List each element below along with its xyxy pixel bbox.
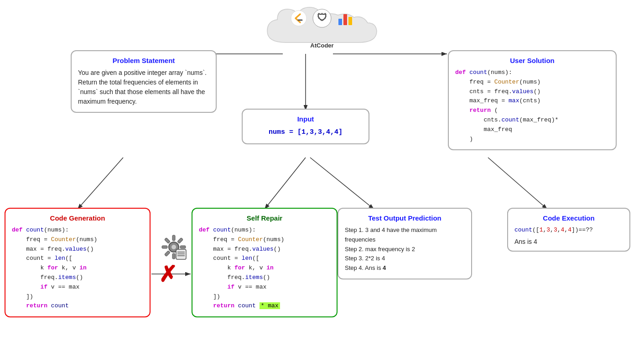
test-step-4: Step 4. Ans is 4 <box>345 263 465 273</box>
problem-statement-box: Problem Statement You are given a positi… <box>71 50 217 113</box>
x-mark: ✗ <box>159 261 177 287</box>
code-generation-code: def count(nums): freq = Counter(nums) ma… <box>12 226 143 311</box>
code-execution-result: Ans is 4 <box>514 238 623 245</box>
gear-icon <box>160 233 188 261</box>
svg-point-9 <box>291 11 306 26</box>
svg-line-4 <box>78 158 123 209</box>
user-solution-box: User Solution def count(nums): freq = Co… <box>448 50 617 150</box>
test-step-1: Step 1. 3 and 4 have the maximum frequen… <box>345 226 465 245</box>
code-generation-title: Code Generation <box>12 214 143 222</box>
svg-rect-14 <box>348 17 352 25</box>
test-output-box: Test Output Prediction Step 1. 3 and 4 h… <box>338 208 472 279</box>
input-value: nums = [1,3,3,4,4] <box>249 126 362 138</box>
test-step-2: Step 2. max frequency is 2 <box>345 245 465 254</box>
svg-point-16 <box>171 245 176 249</box>
cloud-logos: 🛡 <box>276 8 368 28</box>
input-box: Input nums = [1,3,3,4,4] <box>242 109 369 144</box>
test-output-title: Test Output Prediction <box>345 214 465 222</box>
self-repair-box: Self Repair def count(nums): freq = Coun… <box>192 208 338 317</box>
problem-statement-text: You are given a positive integer array `… <box>78 68 209 106</box>
code-generation-box: Code Generation def count(nums): freq = … <box>5 208 151 317</box>
svg-rect-17 <box>172 235 175 241</box>
test-step-3: Step 3. 2*2 is 4 <box>345 254 465 263</box>
user-solution-title: User Solution <box>455 57 609 64</box>
code-execution-title: Code Execution <box>514 214 623 222</box>
leetcode-icon <box>290 10 307 27</box>
input-title: Input <box>249 115 362 123</box>
svg-rect-22 <box>164 251 170 257</box>
svg-line-5 <box>265 158 306 209</box>
svg-rect-23 <box>162 246 167 248</box>
svg-rect-13 <box>343 14 347 25</box>
svg-rect-19 <box>180 246 186 248</box>
svg-rect-25 <box>176 249 186 259</box>
atcoder-icon: 🛡 <box>312 8 332 28</box>
problem-statement-title: Problem Statement <box>78 57 209 64</box>
code-execution-box: Code Execution count([1,3,3,4,4])==?? An… <box>507 208 630 252</box>
test-output-steps: Step 1. 3 and 4 have the maximum frequen… <box>345 226 465 273</box>
svg-rect-21 <box>172 253 175 259</box>
svg-rect-18 <box>177 237 183 243</box>
diagram-container: 🛡 AtCoder Problem Statement You are give… <box>0 0 644 337</box>
self-repair-code: def count(nums): freq = Counter(nums) ma… <box>199 226 330 311</box>
svg-rect-24 <box>164 237 170 243</box>
code-execution-code: count([1,3,3,4,4])==?? <box>514 226 623 235</box>
atcoder-label: AtCoder <box>310 42 333 49</box>
google-charts-icon <box>337 10 354 27</box>
self-repair-title: Self Repair <box>199 214 330 222</box>
svg-text:🛡: 🛡 <box>317 12 327 23</box>
svg-rect-12 <box>338 19 342 25</box>
user-solution-code: def count(nums): freq = Counter(nums) cn… <box>455 68 609 144</box>
svg-line-7 <box>488 158 547 209</box>
svg-line-6 <box>310 158 374 209</box>
